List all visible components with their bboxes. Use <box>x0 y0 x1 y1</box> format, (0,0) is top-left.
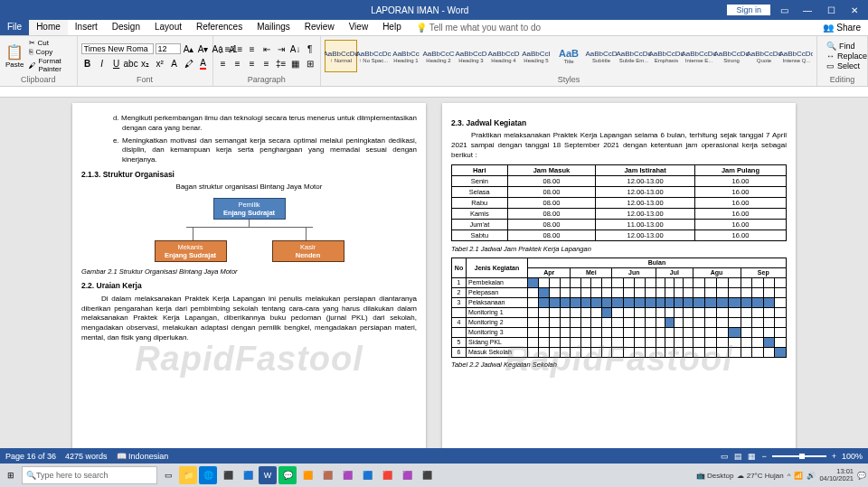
italic-button[interactable]: I <box>96 57 108 70</box>
tell-me-input[interactable]: 💡Tell me what you want to do <box>409 20 548 35</box>
align-left-icon[interactable]: ≡ <box>217 57 230 70</box>
bullets-icon[interactable]: ⋮≡ <box>217 42 230 55</box>
replace-button[interactable]: ↔ Replace <box>825 52 868 61</box>
app-icon[interactable]: ⬛ <box>418 466 436 484</box>
document-area[interactable]: RapidFastool d. Mengikuti perkembangan i… <box>0 87 868 463</box>
close-icon[interactable]: ✕ <box>844 2 864 18</box>
tab-mailings[interactable]: Mailings <box>250 20 297 35</box>
style-nospac[interactable]: AaBbCcDc↑ No Spac... <box>357 40 390 72</box>
borders-icon[interactable]: ⊞ <box>304 57 316 70</box>
font-size-input[interactable] <box>156 43 181 54</box>
tray-wifi-icon[interactable]: 📶 <box>794 472 803 480</box>
styles-gallery[interactable]: AaBbCcDc↑ NormalAaBbCcDc↑ No Spac...AaBb… <box>325 40 813 72</box>
style-quote[interactable]: AaBbCcDcQuote <box>748 40 780 72</box>
align-right-icon[interactable]: ≡ <box>246 57 259 70</box>
shrink-font-icon[interactable]: A▾ <box>197 42 210 55</box>
line-spacing-icon[interactable]: ‡≡ <box>275 57 288 70</box>
app-icon[interactable]: ⬛ <box>219 466 237 484</box>
view-web-icon[interactable]: ▦ <box>748 452 756 461</box>
tab-help[interactable]: Help <box>375 20 409 35</box>
word-app-icon[interactable]: W <box>259 466 277 484</box>
zoom-out-icon[interactable]: − <box>761 452 766 461</box>
sort-icon[interactable]: A↓ <box>289 42 302 55</box>
show-marks-icon[interactable]: ¶ <box>304 42 316 55</box>
tab-insert[interactable]: Insert <box>68 20 105 35</box>
style-heading2[interactable]: AaBbCcCHeading 2 <box>422 40 455 72</box>
minimize-icon[interactable]: — <box>797 2 817 18</box>
app-icon[interactable]: 🟥 <box>378 466 396 484</box>
style-intensee[interactable]: AaBbCcDcIntense E... <box>683 40 715 72</box>
app-icon[interactable]: 📁 <box>179 466 197 484</box>
view-read-icon[interactable]: ▭ <box>721 452 729 461</box>
font-color-icon[interactable]: A <box>197 57 210 70</box>
style-heading4[interactable]: AaBbCcDHeading 4 <box>487 40 520 72</box>
cut-button[interactable]: ✂ Cut <box>27 39 72 47</box>
tab-file[interactable]: File <box>0 20 29 35</box>
zoom-slider[interactable] <box>772 455 826 457</box>
inc-indent-icon[interactable]: ⇥ <box>275 42 288 55</box>
highlight-icon[interactable]: 🖍 <box>183 57 195 70</box>
signin-button[interactable]: Sign in <box>727 5 770 15</box>
style-subtleem[interactable]: AaBbCcDcSubtle Em... <box>618 40 650 72</box>
page-left[interactable]: RapidFastool d. Mengikuti perkembangan i… <box>72 103 426 463</box>
superscript-icon[interactable]: x² <box>154 57 166 70</box>
subscript-icon[interactable]: x₂ <box>139 57 152 70</box>
tray-weather[interactable]: ☁ 27°C Hujan <box>737 472 783 480</box>
underline-button[interactable]: U <box>110 57 123 70</box>
tab-design[interactable]: Design <box>105 20 147 35</box>
paste-button[interactable]: 📋Paste <box>4 43 25 69</box>
copy-button[interactable]: ⎘ Copy <box>27 48 72 56</box>
style-normal[interactable]: AaBbCcDc↑ Normal <box>325 40 357 72</box>
app-icon[interactable]: 🟦 <box>358 466 376 484</box>
tray-notif-icon[interactable]: 💬 <box>857 472 866 480</box>
text-effects-icon[interactable]: A <box>168 57 181 70</box>
tray-chevron-icon[interactable]: ^ <box>788 472 791 480</box>
taskbar-search[interactable]: 🔍 Type here to search <box>22 466 157 484</box>
tray-desktop-label[interactable]: 📺 Desktop <box>696 472 734 480</box>
view-print-icon[interactable]: ▤ <box>734 452 742 461</box>
strike-button[interactable]: abc <box>125 57 137 70</box>
app-icon[interactable]: 🟦 <box>239 466 257 484</box>
tab-layout[interactable]: Layout <box>147 20 189 35</box>
tab-review[interactable]: Review <box>297 20 342 35</box>
status-page[interactable]: Page 16 of 36 <box>5 452 56 461</box>
tab-references[interactable]: References <box>189 20 250 35</box>
justify-icon[interactable]: ≡ <box>260 57 273 70</box>
app-icon[interactable]: 🟧 <box>298 466 316 484</box>
style-heading3[interactable]: AaBbCcDHeading 3 <box>455 40 487 72</box>
style-subtitle[interactable]: AaBbCcDSubtitle <box>585 40 618 72</box>
share-button[interactable]: 👥Share <box>816 20 868 35</box>
status-lang[interactable]: 📖 Indonesian <box>117 452 169 461</box>
numbering-icon[interactable]: 1≡ <box>231 42 244 55</box>
ruler[interactable] <box>0 87 868 98</box>
find-button[interactable]: 🔍 Find <box>825 42 868 51</box>
style-heading5[interactable]: AaBbCcIHeading 5 <box>520 40 552 72</box>
app-icon[interactable]: 🟫 <box>318 466 336 484</box>
font-name-input[interactable] <box>81 43 154 54</box>
grow-font-icon[interactable]: A▴ <box>183 42 195 55</box>
bold-button[interactable]: B <box>81 57 94 70</box>
page-right[interactable]: RapidFastool 2.3. Jadwal Kegiatan Prakti… <box>442 103 796 463</box>
style-heading1[interactable]: AaBbCcHeading 1 <box>390 40 422 72</box>
tab-home[interactable]: Home <box>29 20 68 35</box>
start-button[interactable]: ⊞ <box>2 466 20 484</box>
tray-volume-icon[interactable]: 🔊 <box>807 472 816 480</box>
shading-icon[interactable]: ▦ <box>289 57 302 70</box>
status-words[interactable]: 4275 words <box>65 452 108 461</box>
style-strong[interactable]: AaBbCcDcStrong <box>715 40 748 72</box>
dec-indent-icon[interactable]: ⇤ <box>260 42 273 55</box>
style-emphasis[interactable]: AaBbCcDcEmphasis <box>650 40 683 72</box>
task-view-icon[interactable]: ▭ <box>159 466 177 484</box>
zoom-level[interactable]: 100% <box>842 452 863 461</box>
style-title[interactable]: AaBTitle <box>552 40 585 72</box>
multilevel-icon[interactable]: ≡ <box>246 42 259 55</box>
zoom-in-icon[interactable]: + <box>832 452 836 461</box>
app-icon[interactable]: 💬 <box>278 466 297 484</box>
maximize-icon[interactable]: ☐ <box>821 2 841 18</box>
select-button[interactable]: ▭ Select <box>825 61 868 70</box>
app-icon[interactable]: 🌐 <box>199 466 217 484</box>
format-painter-button[interactable]: 🖌 Format Painter <box>27 57 72 73</box>
tray-clock[interactable]: 13:0104/10/2021 <box>819 468 854 483</box>
ribbon-opts-icon[interactable]: ▭ <box>774 2 794 18</box>
app-icon[interactable]: 🟪 <box>398 466 416 484</box>
